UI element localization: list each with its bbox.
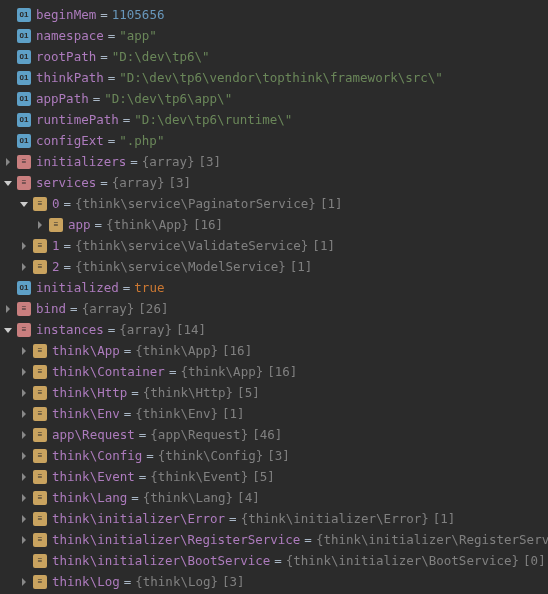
primitive-icon: 01 — [16, 49, 32, 65]
expand-arrow-icon[interactable] — [16, 340, 32, 361]
var-name: appPath — [36, 91, 89, 106]
tree-row[interactable]: ≡think\Log={think\Log}[3] — [0, 571, 548, 592]
expand-arrow-icon[interactable] — [0, 151, 16, 172]
tree-row[interactable]: ≡think\Container={think\App}[16] — [0, 361, 548, 382]
var-value: true — [134, 280, 164, 295]
type-badge: ≡ — [33, 449, 47, 463]
var-value: {app\Request} — [150, 427, 248, 442]
var-name: app — [68, 217, 91, 232]
tree-row[interactable]: ≡think\initializer\Error={think\initiali… — [0, 508, 548, 529]
tree-row[interactable]: ≡2={think\service\ModelService}[1] — [0, 256, 548, 277]
tree-row[interactable]: ≡app={think\App}[16] — [0, 214, 548, 235]
tree-row[interactable]: ≡think\initializer\RegisterService={thin… — [0, 529, 548, 550]
arrow-spacer — [0, 109, 16, 130]
var-name: thinkPath — [36, 70, 104, 85]
equals-sign: = — [60, 259, 76, 274]
tree-row[interactable]: ≡think\initializer\BootService={think\in… — [0, 550, 548, 571]
tree-row[interactable]: ≡initializers={array}[3] — [0, 151, 548, 172]
object-icon: ≡ — [32, 490, 48, 506]
tree-row[interactable]: ≡1={think\service\ValidateService}[1] — [0, 235, 548, 256]
equals-sign: = — [135, 469, 151, 484]
collapse-arrow-icon[interactable] — [0, 319, 16, 340]
expand-arrow-icon[interactable] — [16, 487, 32, 508]
tree-row[interactable]: ≡think\Env={think\Env}[1] — [0, 403, 548, 424]
equals-sign: = — [135, 427, 151, 442]
expand-arrow-icon[interactable] — [16, 235, 32, 256]
element-count: [16] — [218, 343, 252, 358]
tree-row[interactable]: ≡think\App={think\App}[16] — [0, 340, 548, 361]
type-badge: ≡ — [33, 428, 47, 442]
var-value: {array} — [119, 322, 172, 337]
expand-arrow-icon[interactable] — [0, 298, 16, 319]
object-icon: ≡ — [32, 385, 48, 401]
expand-arrow-icon[interactable] — [32, 214, 48, 235]
var-name: beginMem — [36, 7, 96, 22]
indent — [0, 487, 16, 508]
arrow-spacer — [16, 550, 32, 571]
var-value: {array} — [82, 301, 135, 316]
expand-arrow-icon[interactable] — [16, 403, 32, 424]
tree-row[interactable]: ≡services={array}[3] — [0, 172, 548, 193]
equals-sign: = — [270, 553, 286, 568]
expand-arrow-icon[interactable] — [16, 508, 32, 529]
primitive-icon: 01 — [16, 28, 32, 44]
tree-row[interactable]: 01rootPath="D:\dev\tp6\" — [0, 46, 548, 67]
var-value: ".php" — [119, 133, 164, 148]
expand-arrow-icon[interactable] — [16, 424, 32, 445]
tree-row[interactable]: 01runtimePath="D:\dev\tp6\runtime\" — [0, 109, 548, 130]
tree-row[interactable]: ≡bind={array}[26] — [0, 298, 548, 319]
indent — [0, 550, 16, 571]
expand-arrow-icon[interactable] — [16, 466, 32, 487]
expand-arrow-icon[interactable] — [16, 445, 32, 466]
tree-row[interactable]: ≡think\Config={think\Config}[3] — [0, 445, 548, 466]
tree-row[interactable]: 01beginMem=1105656 — [0, 4, 548, 25]
element-count: [1] — [308, 238, 335, 253]
type-badge: ≡ — [33, 365, 47, 379]
element-count: [1] — [429, 511, 456, 526]
var-name: think\Config — [52, 448, 142, 463]
type-badge: ≡ — [33, 386, 47, 400]
indent — [0, 256, 16, 277]
tree-row[interactable]: ≡0={think\service\PaginatorService}[1] — [0, 193, 548, 214]
tree-row[interactable]: ≡think\Event={think\Event}[5] — [0, 466, 548, 487]
type-badge: ≡ — [33, 533, 47, 547]
type-badge: 01 — [17, 134, 31, 148]
type-badge: ≡ — [33, 470, 47, 484]
expand-arrow-icon[interactable] — [16, 571, 32, 592]
expand-arrow-icon[interactable] — [16, 361, 32, 382]
element-count: [14] — [172, 322, 206, 337]
var-name: initialized — [36, 280, 119, 295]
type-badge: 01 — [17, 281, 31, 295]
element-count: [0] — [519, 553, 546, 568]
collapse-arrow-icon[interactable] — [16, 193, 32, 214]
tree-row[interactable]: ≡app\Request={app\Request}[46] — [0, 424, 548, 445]
type-badge: ≡ — [33, 260, 47, 274]
expand-arrow-icon[interactable] — [16, 382, 32, 403]
tree-row[interactable]: ≡instances={array}[14] — [0, 319, 548, 340]
equals-sign: = — [119, 280, 135, 295]
var-name: namespace — [36, 28, 104, 43]
primitive-icon: 01 — [16, 70, 32, 86]
indent — [16, 214, 32, 235]
tree-row[interactable]: 01initialized=true — [0, 277, 548, 298]
indent — [0, 571, 16, 592]
type-badge: ≡ — [17, 302, 31, 316]
tree-row[interactable]: ≡think\Lang={think\Lang}[4] — [0, 487, 548, 508]
expand-arrow-icon[interactable] — [16, 256, 32, 277]
object-icon: ≡ — [32, 343, 48, 359]
tree-row[interactable]: 01appPath="D:\dev\tp6\app\" — [0, 88, 548, 109]
element-count: [3] — [218, 574, 245, 589]
collapse-arrow-icon[interactable] — [0, 172, 16, 193]
element-count: [26] — [134, 301, 168, 316]
field-icon: ≡ — [16, 154, 32, 170]
arrow-spacer — [0, 25, 16, 46]
tree-row[interactable]: 01thinkPath="D:\dev\tp6\vendor\topthink\… — [0, 67, 548, 88]
expand-arrow-icon[interactable] — [16, 529, 32, 550]
tree-row[interactable]: 01namespace="app" — [0, 25, 548, 46]
equals-sign: = — [66, 301, 82, 316]
tree-row[interactable]: 01configExt=".php" — [0, 130, 548, 151]
var-value: 1105656 — [112, 7, 165, 22]
tree-row[interactable]: ≡think\Http={think\Http}[5] — [0, 382, 548, 403]
var-name: 0 — [52, 196, 60, 211]
indent — [0, 214, 16, 235]
